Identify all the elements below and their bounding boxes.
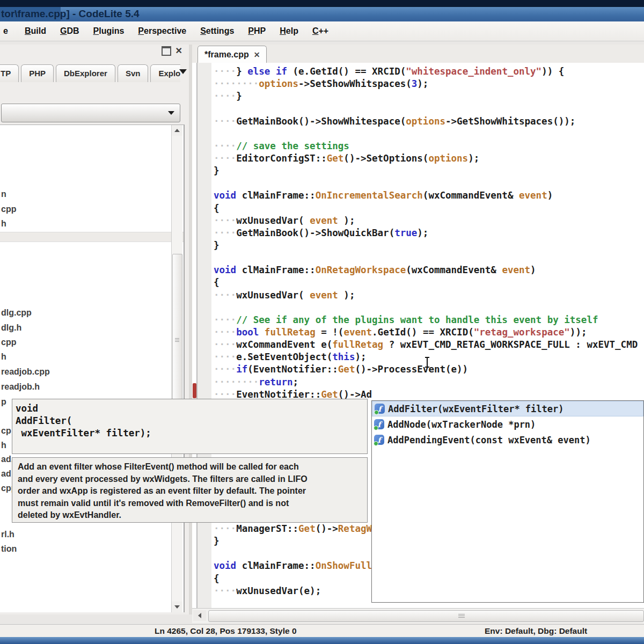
code-line	[214, 547, 372, 560]
code-block-top: ····} else if (e.GetId() == XRCID("white…	[214, 65, 638, 401]
hscrollbar-thumb[interactable]	[208, 610, 644, 622]
code-line: ····GetMainBook()->ShowQuickBar(true);	[214, 227, 638, 239]
code-line: }	[214, 535, 372, 547]
code-line: void clMainFrame::OnRetagWorkspace(wxCom…	[214, 264, 638, 276]
code-line: void clMainFrame::OnIncrementalSearch(wx…	[214, 189, 638, 202]
file-tree-item[interactable]: n	[1, 189, 6, 199]
file-tree-item[interactable]: p	[1, 397, 6, 407]
menu-item-build[interactable]: Build	[18, 26, 53, 36]
menu-item-plugins[interactable]: Plugins	[86, 26, 131, 36]
code-line: void clMainFrame::OnShowFull	[214, 560, 372, 572]
code-line	[214, 128, 638, 140]
environment-status: Env: Default, Dbg: Default	[485, 626, 587, 636]
thumb-grip-icon	[458, 614, 465, 618]
signature-line: wxEventFilter* filter);	[16, 427, 367, 440]
code-block-bottom: ····ManagerST::Get()->RetagW} void clMai…	[214, 523, 372, 597]
tab-frame-cpp[interactable]: *frame.cpp ✕	[197, 46, 267, 63]
code-line: ········return;	[214, 376, 638, 389]
arrow-up-icon	[174, 129, 180, 132]
code-line: ····ManagerST::Get()->RetagW	[214, 523, 372, 535]
autocomplete-item[interactable]: fAddNode(wxTrackerNode *prn)	[372, 416, 643, 432]
file-tree-item[interactable]: readjob.h	[1, 382, 40, 392]
menu-item-partial[interactable]: e	[0, 26, 18, 36]
file-tree-item[interactable]: h	[1, 352, 6, 362]
workspace-combobox[interactable]	[1, 104, 180, 122]
code-line: }	[214, 165, 638, 177]
code-line	[214, 103, 638, 115]
autocomplete-item-label: AddPendingEvent(const wxEvent& event)	[387, 435, 591, 445]
doc-line: and every event processed by wxWidgets. …	[18, 473, 362, 486]
tab-overflow-icon[interactable]	[179, 69, 187, 74]
scroll-up-button[interactable]	[172, 125, 182, 136]
menu-item-c[interactable]: C++	[305, 26, 335, 36]
scroll-left-button[interactable]	[193, 610, 206, 621]
tab-close-icon[interactable]: ✕	[254, 50, 260, 59]
sidebar-tab-dbexplorer[interactable]: DbExplorer	[56, 64, 115, 82]
menu-bar: e BuildGDBPluginsPerspectiveSettingsPHPH…	[0, 21, 644, 41]
file-tree-item[interactable]: ad	[1, 469, 11, 479]
arrow-left-icon	[198, 613, 201, 618]
menu-item-settings[interactable]: Settings	[193, 26, 241, 36]
code-line: ····GetMainBook()->ShowWhitespace(option…	[214, 115, 638, 128]
sidebar-tab-php[interactable]: PHP	[21, 64, 54, 82]
signature-line: AddFilter(	[16, 415, 367, 427]
signature-line: void	[16, 402, 367, 415]
code-line: ····wxUnusedVar( event );	[214, 215, 638, 227]
file-tree-item[interactable]: dlg.cpp	[1, 308, 32, 318]
file-tree-item[interactable]: cpp	[1, 204, 16, 214]
file-tree-item[interactable]: tion	[1, 544, 17, 554]
code-line: ····bool fullRetag = !(event.GetId() == …	[214, 326, 638, 339]
editor-horizontal-scrollbar[interactable]	[192, 608, 644, 623]
file-tree-item[interactable]: rl.h	[1, 530, 14, 539]
autocomplete-popup: fAddFilter(wxEventFilter* filter)fAddNod…	[371, 400, 644, 603]
function-doc-tooltip: Add an event filter whose FilterEvent() …	[12, 457, 368, 523]
menu-item-perspective[interactable]: Perspective	[131, 26, 193, 36]
file-tree-item[interactable]: h	[1, 219, 6, 229]
editor-tab-label: *frame.cpp	[204, 50, 249, 60]
sidebar-tab-explo[interactable]: Explo	[150, 64, 180, 82]
code-line: {	[214, 573, 372, 585]
caret-position-status: Ln 4265, Col 28, Pos 179133, Style 0	[155, 626, 297, 636]
close-pane-icon[interactable]: ✕	[175, 47, 182, 55]
menu-item-help[interactable]: Help	[273, 26, 305, 36]
fold-margin	[197, 63, 211, 608]
editor-tab-bar: *frame.cpp ✕	[192, 45, 644, 63]
file-tree-item[interactable]: dlg.h	[1, 323, 21, 333]
pane-controls: ✕	[162, 46, 182, 56]
menu-bar-items: BuildGDBPluginsPerspectiveSettingsPHPHel…	[18, 26, 335, 36]
function-signature-tooltip: voidAddFilter( wxEventFilter* filter);	[12, 399, 368, 454]
codelite-window: { "window": { "title": "tor\\frame.cpp] …	[0, 0, 644, 644]
doc-line: deleted by wxEvtHandler.	[18, 509, 362, 522]
file-tree-item[interactable]: cpp	[1, 338, 16, 347]
doc-line: must remain valid until it's removed wit…	[18, 497, 362, 510]
float-pane-icon[interactable]	[162, 46, 171, 56]
window-frame-bottom	[0, 637, 644, 644]
title-bar[interactable]: tor\frame.cpp] - CodeLite 5.4	[0, 7, 644, 21]
scroll-down-button[interactable]	[172, 602, 182, 612]
status-bar: Ln 4265, Col 28, Pos 179133, Style 0 Env…	[0, 624, 644, 638]
sidebar-tab-svn[interactable]: Svn	[118, 64, 149, 82]
code-line: ····wxCommandEvent e(fullRetag ? wxEVT_C…	[214, 339, 638, 351]
list-divider	[0, 232, 184, 242]
function-icon: f	[374, 435, 384, 445]
autocomplete-item[interactable]: fAddPendingEvent(const wxEvent& event)	[372, 432, 643, 448]
menu-item-gdb[interactable]: GDB	[53, 26, 86, 36]
file-tree-item[interactable]: readjob.cpp	[1, 367, 50, 377]
bookmark-marker	[193, 383, 196, 398]
code-line: {	[214, 202, 638, 215]
menu-item-php[interactable]: PHP	[241, 26, 273, 36]
text-cursor-icon	[423, 356, 431, 370]
file-tree-item[interactable]: h	[1, 441, 6, 450]
autocomplete-item[interactable]: fAddFilter(wxEventFilter* filter)	[372, 401, 643, 416]
code-line: ····} else if (e.GetId() == XRCID("white…	[214, 65, 638, 78]
file-list-scrollbar[interactable]	[171, 125, 182, 612]
doc-line: Add an event filter whose FilterEvent() …	[18, 461, 362, 473]
function-icon: f	[375, 404, 385, 414]
code-line	[214, 302, 638, 314]
margin-line	[196, 63, 197, 608]
code-line: ········options->SetShowWhitspaces(3);	[214, 78, 638, 90]
window-title: tor\frame.cpp] - CodeLite 5.4	[1, 8, 140, 20]
sidebar-tab-tp[interactable]: TP	[0, 64, 19, 82]
file-tree-item[interactable]: cp	[1, 426, 11, 436]
file-list-area[interactable]: ncpphdlg.cppdlg.hcpphreadjob.cppreadjob.…	[0, 125, 185, 612]
